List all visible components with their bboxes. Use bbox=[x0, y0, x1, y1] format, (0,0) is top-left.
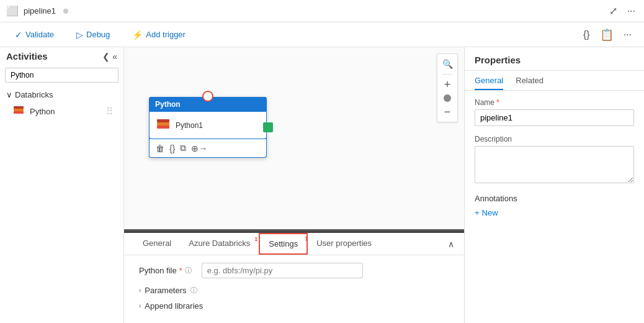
bottom-tabs: General Azure Databricks 1 Settings 1 Us… bbox=[124, 233, 464, 255]
toolbar-right: {} 📋 ··· bbox=[581, 25, 634, 44]
bottom-panel: General Azure Databricks 1 Settings 1 Us… bbox=[124, 231, 464, 323]
search-input[interactable]: Python bbox=[5, 68, 119, 83]
topbar-more-button[interactable]: ··· bbox=[625, 4, 638, 18]
bottom-tab-right: ∧ bbox=[448, 239, 454, 249]
description-textarea[interactable] bbox=[475, 146, 634, 183]
parameters-chevron-icon: › bbox=[139, 287, 141, 294]
python-activity-icon bbox=[12, 105, 25, 117]
python-file-label: Python file * ⓘ bbox=[139, 266, 192, 275]
connector-right[interactable] bbox=[263, 122, 273, 132]
name-field: Name * bbox=[475, 98, 634, 126]
connector-top[interactable] bbox=[202, 91, 213, 102]
prop-tab-related[interactable]: Related bbox=[516, 76, 543, 90]
sidebar-title: Activities bbox=[6, 51, 48, 61]
canvas-zoom-out-button[interactable]: − bbox=[440, 104, 455, 119]
sidebar-search-container: Python bbox=[5, 68, 119, 83]
sidebar-item-python[interactable]: Python ⠿ bbox=[0, 102, 123, 121]
template-button[interactable]: 📋 bbox=[597, 25, 616, 44]
activity-connect-button[interactable]: ⊕→ bbox=[191, 143, 207, 153]
python-item-label: Python bbox=[30, 107, 55, 116]
sidebar-group-databricks: ∨ Databricks Python ⠿ bbox=[0, 85, 123, 123]
drag-handle-icon[interactable]: ⠿ bbox=[106, 106, 114, 117]
activity-delete-button[interactable]: 🗑 bbox=[156, 143, 164, 153]
svg-rect-1 bbox=[14, 109, 24, 111]
python-file-info-icon: ⓘ bbox=[185, 266, 192, 275]
properties-tabs: General Related bbox=[465, 71, 644, 91]
sidebar-group-header[interactable]: ∨ Databricks bbox=[0, 88, 123, 102]
add-icon: + bbox=[475, 208, 480, 217]
sidebar-collapse-button[interactable]: ❮ bbox=[102, 52, 110, 61]
databricks-tab-badge: 1 bbox=[254, 236, 257, 242]
annotations-label: Annotations bbox=[475, 194, 634, 203]
validate-icon: ✓ bbox=[15, 30, 22, 40]
sidebar-header: Activities ❮ « bbox=[0, 47, 123, 65]
canvas-controls: 🔍 + − bbox=[437, 53, 458, 122]
bottom-content: Python file * ⓘ › Parameters ⓘ › Append … bbox=[124, 255, 464, 323]
name-required: * bbox=[496, 98, 499, 107]
activity-copy-button[interactable]: ⧉ bbox=[180, 143, 186, 153]
annotations-field: Annotations + New bbox=[475, 194, 634, 217]
group-label: Databricks bbox=[15, 90, 53, 99]
canvas[interactable]: Python Python1 🗑 {} bbox=[124, 47, 464, 231]
center-panel: Python Python1 🗑 {} bbox=[124, 47, 464, 323]
add-trigger-button[interactable]: ⚡ Add trigger bbox=[127, 27, 190, 42]
code-button[interactable]: {} bbox=[581, 27, 593, 43]
group-chevron-icon: ∨ bbox=[6, 90, 12, 99]
sidebar: Activities ❮ « Python ∨ Databricks bbox=[0, 47, 124, 323]
sidebar-controls: ❮ « bbox=[102, 52, 117, 61]
parameters-row[interactable]: › Parameters ⓘ bbox=[139, 284, 449, 296]
python-file-input[interactable] bbox=[202, 263, 363, 278]
add-annotation-button[interactable]: + New bbox=[475, 208, 498, 217]
name-input[interactable] bbox=[475, 109, 634, 126]
parameters-info-icon: ⓘ bbox=[190, 286, 197, 295]
python-file-required: * bbox=[179, 266, 182, 275]
svg-rect-3 bbox=[157, 125, 169, 129]
svg-rect-4 bbox=[157, 122, 169, 125]
parameters-label: Parameters bbox=[145, 286, 186, 295]
toolbar: ✓ Validate ▷ Debug ⚡ Add trigger {} 📋 ··… bbox=[0, 22, 644, 47]
canvas-zoom-handle[interactable] bbox=[444, 94, 451, 102]
properties-title: Properties bbox=[465, 47, 644, 71]
description-field: Description bbox=[475, 135, 634, 185]
activity-node-name: Python1 bbox=[176, 121, 203, 130]
activity-node-actions: 🗑 {} ⧉ ⊕→ bbox=[149, 139, 267, 158]
pipeline-title: pipeline1 bbox=[24, 6, 56, 16]
canvas-search-button[interactable]: 🔍 bbox=[440, 57, 455, 71]
debug-button[interactable]: ▷ Debug bbox=[71, 27, 115, 42]
canvas-zoom-in-button[interactable]: + bbox=[440, 77, 455, 92]
add-new-label: New bbox=[482, 208, 498, 217]
tab-azure-databricks[interactable]: Azure Databricks 1 bbox=[180, 234, 259, 254]
tab-general[interactable]: General bbox=[134, 234, 180, 254]
toolbar-more-button[interactable]: ··· bbox=[621, 27, 634, 43]
append-libraries-chevron-icon: › bbox=[139, 303, 141, 309]
trigger-icon: ⚡ bbox=[132, 30, 143, 40]
debug-icon: ▷ bbox=[76, 30, 83, 40]
expand-button[interactable]: ⤢ bbox=[607, 4, 620, 18]
properties-body: Name * Description Annotations + New bbox=[465, 91, 644, 323]
tab-settings[interactable]: Settings 1 bbox=[259, 233, 308, 255]
main-layout: Activities ❮ « Python ∨ Databricks bbox=[0, 47, 644, 323]
canvas-ctrl-divider1 bbox=[442, 74, 452, 75]
name-label: Name * bbox=[475, 98, 634, 107]
tab-user-properties[interactable]: User properties bbox=[308, 234, 380, 254]
activity-node-python[interactable]: Python Python1 🗑 {} bbox=[149, 97, 267, 158]
svg-rect-5 bbox=[157, 119, 169, 122]
activity-code-button[interactable]: {} bbox=[169, 143, 175, 153]
activity-body-icon bbox=[156, 117, 171, 134]
validate-button[interactable]: ✓ Validate bbox=[10, 27, 59, 42]
svg-rect-0 bbox=[14, 111, 24, 114]
panel-separator bbox=[124, 229, 464, 231]
sidebar-collapse2-button[interactable]: « bbox=[112, 52, 117, 61]
description-label: Description bbox=[475, 135, 634, 143]
append-libraries-row[interactable]: › Append libraries bbox=[139, 300, 449, 312]
top-bar-actions: ⤢ ··· bbox=[607, 4, 638, 18]
activity-node-body: Python1 bbox=[149, 112, 267, 139]
bottom-panel-collapse-button[interactable]: ∧ bbox=[448, 239, 454, 249]
append-libraries-label: Append libraries bbox=[145, 301, 203, 311]
properties-panel: Properties General Related Name * Descri… bbox=[464, 47, 644, 323]
unsaved-dot bbox=[63, 9, 68, 14]
python-file-row: Python file * ⓘ bbox=[139, 263, 449, 278]
top-bar: ⬜ pipeline1 ⤢ ··· bbox=[0, 0, 644, 22]
prop-tab-general[interactable]: General bbox=[475, 76, 503, 90]
svg-rect-2 bbox=[14, 106, 24, 109]
